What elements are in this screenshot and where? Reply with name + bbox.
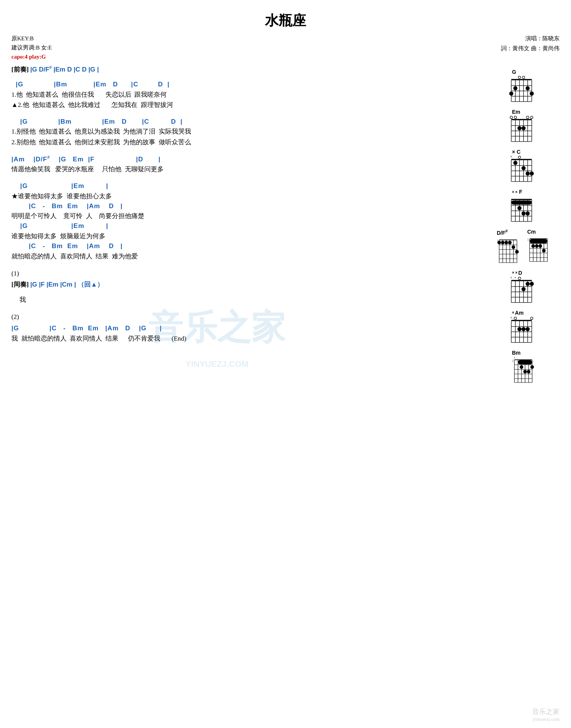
lyric-line-4b: 明明是个可怜人 竟可怜 人 尚要分担他痛楚: [11, 211, 476, 221]
svg-point-155: [530, 365, 534, 369]
prelude-label: [前奏] |G D/F# |Em D |C D |G |: [11, 66, 99, 73]
chord-line-1: |G |Bm |Em D |C D |: [11, 80, 476, 89]
svg-text:3: 3: [527, 238, 529, 242]
svg-text:×: ×: [514, 277, 516, 280]
bracket-1: (1): [11, 268, 476, 279]
chord-name-G: G: [512, 69, 516, 75]
prelude-section: [前奏] |G D/F# |Em D |C D |G |: [11, 65, 476, 74]
svg-point-80: [501, 241, 504, 244]
lyric-line-4a: ★谁要他知得太多 谁要他担心太多: [11, 191, 476, 201]
footer-logo-cn: 音乐之家: [532, 707, 560, 716]
svg-text:×: ×: [510, 277, 512, 280]
lyric-line-2b: 2.别怨他 他知道甚么 他倒过来安慰我 为他的故事 做听众苦么: [11, 137, 476, 147]
svg-point-154: [527, 370, 530, 373]
chord-grid-C: ×: [508, 156, 535, 182]
svg-point-11: [509, 91, 514, 96]
chord-diagram-F: × ×F: [508, 189, 535, 222]
chord-diagram-DFsharp: D/F# 3: [493, 229, 520, 263]
lyric-line-end: 我 就怕暗恋的情人 喜欢同情人 结果 仍不肯爱我 (End): [11, 333, 476, 344]
chord-name-D: × ×D: [512, 270, 522, 276]
chord-line-2: |G |Bm |Em D |C D |: [11, 117, 476, 127]
svg-point-12: [513, 86, 517, 90]
svg-point-64: [522, 211, 526, 215]
svg-point-135: [526, 327, 530, 331]
lyric-wo: 我: [11, 295, 476, 305]
staff-label: 詞：黄伟文 曲：黄尚伟: [501, 44, 560, 54]
svg-point-83: [512, 245, 515, 249]
chord-diagram-G: G: [508, 69, 535, 102]
svg-rect-62: [511, 201, 532, 205]
chord-diagram-Em: Em: [508, 109, 535, 142]
svg-point-31: [522, 126, 526, 130]
chord-diagram-Am: ×Am ×: [508, 310, 535, 343]
svg-rect-17: [511, 119, 532, 120]
svg-point-15: [518, 76, 520, 78]
chord-line-3: |Am |D/F# |G Em |F |D |: [11, 154, 476, 164]
page-container: 水瓶座 原KEY:B 建议男调:B 女:E capo:4 play:G 演唱：陈…: [0, 0, 571, 728]
svg-point-82: [508, 241, 512, 244]
svg-point-30: [517, 126, 522, 130]
svg-point-153: [523, 370, 527, 373]
chord-line-4a: |G |Em |: [11, 181, 476, 191]
footer-logo-en: yinyuezj.com: [532, 716, 560, 722]
chord-line-4c: |G |Em |: [11, 221, 476, 231]
chord-name-Cm: Cm: [527, 229, 536, 235]
svg-point-134: [522, 327, 526, 331]
chord-diagram-Cm: Cm 3: [523, 229, 550, 262]
lyric-line-1a: 1.他 他知道甚么 他很信任我 失恋以后 跟我嗟奈何: [11, 89, 476, 100]
singer-label: 演唱：陈晓东: [501, 34, 560, 44]
capo-info: capo:4 play:G: [11, 52, 52, 61]
svg-point-33: [531, 116, 533, 118]
left-info: 原KEY:B 建议男调:B 女:E capo:4 play:G: [11, 34, 52, 61]
section-3: |Am |D/F# |G Em |F |D | 情愿他偷笑我 爱哭的水瓶座 只怕…: [11, 154, 476, 174]
df-cm-row: D/F# 3: [493, 229, 550, 265]
original-key: 原KEY:B: [11, 34, 52, 43]
lyric-line-3: 情愿他偷笑我 爱哭的水瓶座 只怕他 无聊疑问更多: [11, 164, 476, 174]
svg-text:2: 2: [512, 359, 514, 363]
header-info: 原KEY:B 建议男调:B 女:E capo:4 play:G 演唱：陈晓东 詞…: [11, 34, 560, 61]
svg-point-116: [518, 277, 520, 279]
chord-name-DFsharp: D/F#: [497, 229, 508, 236]
svg-point-81: [504, 241, 508, 244]
svg-point-13: [526, 86, 530, 90]
svg-point-152: [520, 365, 523, 369]
svg-text:×: ×: [510, 156, 512, 159]
chord-grid-F: [508, 196, 535, 222]
svg-point-46: [513, 161, 517, 165]
chord-grid-D: × ×: [508, 277, 535, 303]
svg-point-119: [530, 282, 534, 286]
interlude-label: [间奏] |G |F |Em |Cm | （回▲）: [11, 280, 476, 289]
chord-line-4d: |C - Bm Em |Am D |: [11, 241, 476, 251]
svg-rect-103: [511, 280, 532, 281]
chord-name-Em: Em: [512, 109, 520, 115]
page-title: 水瓶座: [11, 8, 560, 30]
svg-point-16: [522, 76, 525, 78]
svg-rect-138: [514, 359, 532, 360]
footer-logo: 音乐之家 yinyuezj.com: [532, 707, 560, 722]
chord-name-C: ×C: [512, 149, 520, 155]
chord-diagram-Bm: Bm 2: [508, 350, 535, 383]
chord-line-4b: |C - Bm Em |Am D |: [11, 201, 476, 211]
svg-rect-151: [518, 360, 532, 364]
section-1: |G |Bm |Em D |C D | 1.他 他知道甚么 他很信任我 失恋以后…: [11, 80, 476, 110]
svg-point-133: [517, 327, 522, 331]
svg-point-102: [542, 249, 545, 252]
svg-point-132: [514, 317, 517, 319]
lyrics-area: [前奏] |G D/F# |Em D |C D |G | |G |Bm |Em …: [11, 65, 483, 385]
main-content: [前奏] |G D/F# |Em D |C D |G | |G |Bm |Em …: [11, 65, 560, 385]
svg-point-28: [510, 116, 512, 118]
svg-point-29: [514, 116, 517, 118]
chord-grid-Am: ×: [508, 317, 535, 343]
svg-point-47: [518, 156, 520, 158]
svg-point-84: [515, 250, 518, 253]
svg-point-99: [531, 244, 535, 248]
chord-diagram-D: × ×D × ×: [508, 270, 535, 303]
chord-grid-DFsharp: 3: [493, 237, 520, 263]
svg-rect-98: [530, 239, 547, 243]
svg-rect-0: [511, 79, 532, 80]
svg-rect-120: [511, 320, 532, 321]
chord-name-Am: ×Am: [512, 310, 523, 316]
svg-point-49: [526, 171, 530, 175]
chord-name-Bm: Bm: [512, 350, 521, 356]
svg-point-101: [539, 244, 542, 248]
